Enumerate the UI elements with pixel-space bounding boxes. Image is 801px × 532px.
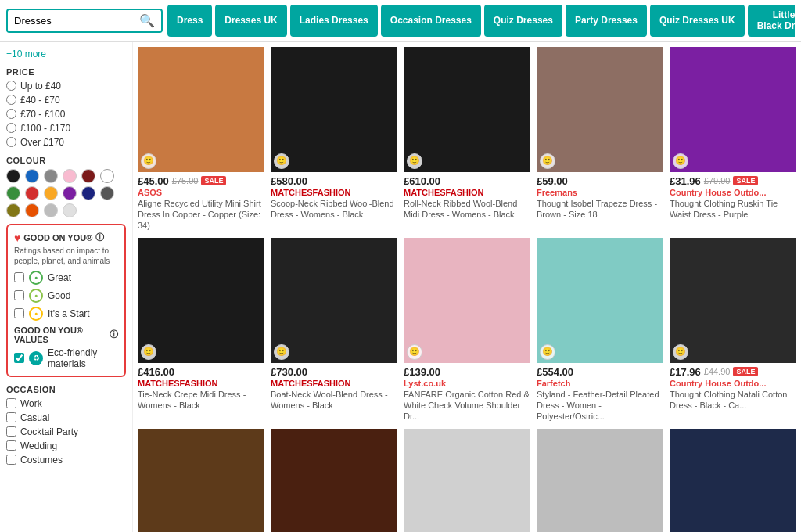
eco-icon: ♻ [29, 351, 43, 365]
goodonyou-start-checkbox[interactable] [14, 308, 24, 318]
tab-little-black-dress[interactable]: LittleBlack Dress [748, 5, 795, 37]
occasion-cocktail-checkbox[interactable] [6, 426, 16, 437]
wishlist-button[interactable]: 🙂 [540, 344, 555, 360]
product-shop[interactable]: MATCHESFASHION [271, 379, 397, 388]
tab-party-dresses[interactable]: Party Dresses [566, 5, 647, 37]
product-shop[interactable]: MATCHESFASHION [138, 379, 264, 388]
product-card[interactable]: 🙂£430.00MATCHESFASHIONBelted Organic Cot… [670, 429, 796, 532]
product-shop[interactable]: MATCHESFASHION [404, 188, 530, 197]
occasion-wedding-checkbox[interactable] [6, 440, 16, 451]
product-card[interactable]: 🙂£416.00MATCHESFASHIONTie-Neck Crepe Mid… [138, 238, 264, 422]
occasion-costumes-label: Costumes [20, 455, 63, 466]
colour-swatch-silver[interactable] [44, 203, 58, 217]
product-card[interactable]: 🙂£31.96£79.90SALECountry House Outdo...T… [670, 47, 796, 232]
colour-swatch-green[interactable] [6, 186, 20, 200]
product-shop[interactable]: Country House Outdo... [670, 379, 796, 388]
product-card[interactable]: 🙂£17.96£44.90SALECountry House Outdo...T… [670, 238, 796, 422]
product-shop[interactable]: Farfetch [537, 379, 663, 388]
occasion-work-checkbox[interactable] [6, 398, 16, 408]
colour-swatch-navy[interactable] [81, 186, 95, 200]
search-button[interactable]: 🔍 [139, 13, 155, 28]
search-input[interactable] [14, 15, 139, 27]
colour-swatch-red[interactable] [25, 186, 39, 200]
price-radio-5[interactable] [6, 137, 16, 147]
goodonyou-great-checkbox[interactable] [14, 272, 24, 282]
product-card[interactable]: 🙂£45.00£75.00SALEASOSAligne Recycled Uti… [138, 47, 264, 232]
eco-friendly-checkbox[interactable] [14, 353, 24, 363]
product-image: 🙂 [537, 47, 663, 172]
product-shop[interactable]: Freemans [537, 188, 663, 197]
product-card[interactable]: 🙂£610.00MATCHESFASHIONRoll-Neck Ribbed W… [404, 47, 530, 232]
goodonyou-start-label: It's a Start [48, 308, 90, 319]
price-label-5: Over £170 [20, 137, 64, 148]
colour-swatch-white[interactable] [100, 169, 114, 183]
product-price: £45.00 [138, 175, 169, 187]
goodonyou-title-text: GOOD ON YOU® [23, 233, 92, 243]
wishlist-button[interactable]: 🙂 [141, 153, 156, 169]
product-card[interactable]: 🙂£119.00£322.00SALEYOOXMOTHER OF PEARL W… [271, 429, 397, 532]
goodonyou-great-label: Great [48, 272, 71, 283]
goodonyou-good-checkbox[interactable] [14, 290, 24, 300]
colour-swatch-purple[interactable] [63, 186, 77, 200]
price-radio-1[interactable] [6, 81, 16, 91]
wishlist-button[interactable]: 🙂 [673, 344, 688, 360]
price-radio-4[interactable] [6, 123, 16, 133]
product-price: £31.96 [670, 175, 701, 187]
product-price: £416.00 [138, 366, 174, 378]
product-name: FANFARE Organic Cotton Red & White Check… [404, 389, 530, 422]
product-card[interactable]: 🙂£29.50&KeepLeah Organic Cotton Slip Dre… [537, 429, 663, 532]
colour-swatch-mid-gray[interactable] [100, 186, 114, 200]
colour-swatch-gray[interactable] [44, 169, 58, 183]
tab-dress[interactable]: Dress [167, 5, 212, 37]
goodonyou-info-icon[interactable]: ⓘ [95, 232, 104, 243]
product-card[interactable]: 🙂£139.00Lyst.co.ukFANFARE Organic Cotton… [404, 238, 530, 422]
search-box[interactable]: 🔍 [6, 9, 163, 33]
product-card[interactable]: 🙂£42.00£83.00SALELyst.co.ukPANGAIA Paste… [404, 429, 530, 532]
wishlist-button[interactable]: 🙂 [407, 153, 422, 169]
product-name: Aligne Recycled Utility Mini Shirt Dress… [138, 198, 264, 232]
main-content: +10 more PRICE Up to £40 £40 - £70 £70 -… [0, 42, 801, 532]
colour-swatch-dark-red[interactable] [81, 169, 95, 183]
product-card[interactable]: 🙂£730.00MATCHESFASHIONBoat-Neck Wool-Ble… [271, 238, 397, 422]
product-image: 🙂 [138, 47, 264, 172]
colour-swatch-blue[interactable] [25, 169, 39, 183]
wishlist-button[interactable]: 🙂 [141, 344, 156, 360]
product-card[interactable]: 🙂£165.00£324.00SALEYOOXMOTHER OF PEARL W… [138, 429, 264, 532]
wishlist-button[interactable]: 🙂 [274, 153, 289, 169]
product-card[interactable]: 🙂£59.00FreemansThought Isobel Trapeze Dr… [537, 47, 663, 232]
product-shop[interactable]: ASOS [138, 188, 264, 197]
goodonyou-good: ● Good [14, 289, 118, 303]
tab-ladies-dresses[interactable]: Ladies Dresses [290, 5, 378, 37]
product-shop[interactable]: MATCHESFASHION [271, 188, 397, 197]
colour-swatch-orange[interactable] [25, 203, 39, 217]
sidebar: +10 more PRICE Up to £40 £40 - £70 £70 -… [0, 42, 133, 532]
tab-occasion-dresses[interactable]: Occasion Dresses [381, 5, 481, 37]
wishlist-button[interactable]: 🙂 [540, 153, 555, 169]
colour-swatch-olive[interactable] [6, 203, 20, 217]
wishlist-button[interactable]: 🙂 [407, 344, 422, 360]
wishlist-button[interactable]: 🙂 [673, 153, 688, 169]
tab-quiz-dresses[interactable]: Quiz Dresses [484, 5, 562, 37]
goodonyou-great: ● Great [14, 271, 118, 285]
price-radio-2[interactable] [6, 95, 16, 105]
wishlist-button[interactable]: 🙂 [274, 344, 289, 360]
colour-swatch-pink-light[interactable] [63, 169, 77, 183]
product-price-original: £44.90 [704, 367, 731, 376]
tab-quiz-dresses-uk[interactable]: Quiz Dresses UK [650, 5, 745, 37]
price-radio-3[interactable] [6, 109, 16, 119]
product-card[interactable]: 🙂£554.00FarfetchStyland - Feather-Detail… [537, 238, 663, 422]
product-card[interactable]: 🙂£580.00MATCHESFASHIONScoop-Neck Ribbed … [271, 47, 397, 232]
more-link[interactable]: +10 more [6, 49, 126, 59]
colour-swatch-yellow[interactable] [44, 186, 58, 200]
product-name: Styland - Feather-Detail Pleated Dress -… [537, 389, 663, 422]
sale-badge: SALE [733, 176, 758, 185]
product-image: 🙂 [537, 238, 663, 363]
colour-swatch-black[interactable] [6, 169, 20, 183]
colour-swatch-light-gray[interactable] [63, 203, 77, 217]
occasion-casual-checkbox[interactable] [6, 412, 16, 422]
goodonyou-values-info-icon[interactable]: ⓘ [110, 329, 118, 340]
product-shop[interactable]: Lyst.co.uk [404, 379, 530, 388]
product-shop[interactable]: Country House Outdo... [670, 188, 796, 197]
tab-dresses-uk[interactable]: Dresses UK [215, 5, 286, 37]
occasion-costumes-checkbox[interactable] [6, 455, 16, 465]
